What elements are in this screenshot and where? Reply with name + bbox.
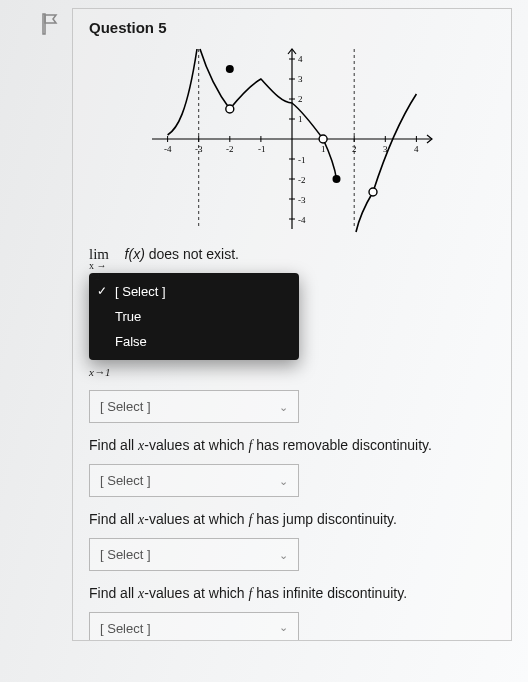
- svg-point-37: [226, 105, 234, 113]
- svg-point-41: [333, 175, 341, 183]
- graph: -4 -3 -2 -1 1 2 3 4 4 3 2 1 -1 -2 -3 -4: [89, 44, 495, 234]
- partial-limit-text: x→1: [89, 366, 495, 378]
- chevron-down-icon: ⌄: [279, 400, 288, 413]
- select-infinite[interactable]: [ Select ] ⌄: [89, 612, 299, 640]
- prompt-jump: Find all x-values at which f has jump di…: [89, 511, 495, 528]
- chevron-down-icon: ⌄: [279, 474, 288, 487]
- svg-text:-4: -4: [164, 144, 172, 154]
- svg-text:1: 1: [321, 144, 326, 154]
- dropdown-open-menu[interactable]: [ Select ] True False: [89, 273, 299, 360]
- svg-text:4: 4: [414, 144, 419, 154]
- dropdown-option-false[interactable]: False: [89, 329, 299, 354]
- svg-point-40: [226, 65, 234, 73]
- svg-text:-4: -4: [298, 215, 306, 225]
- dropdown-option-true[interactable]: True: [89, 304, 299, 329]
- question-panel: Question 5: [72, 8, 512, 641]
- prompt-removable: Find all x-values at which f has removab…: [89, 437, 495, 454]
- limit-statement: lim x → −2 f(x) does not exist.: [89, 246, 495, 263]
- svg-text:-1: -1: [298, 155, 306, 165]
- select-jump[interactable]: [ Select ] ⌄: [89, 538, 299, 571]
- svg-text:4: 4: [298, 54, 303, 64]
- svg-text:2: 2: [298, 94, 303, 104]
- svg-text:-2: -2: [298, 175, 306, 185]
- dropdown-option-placeholder[interactable]: [ Select ]: [89, 279, 299, 304]
- select-removable[interactable]: [ Select ] ⌄: [89, 464, 299, 497]
- svg-point-38: [319, 135, 327, 143]
- svg-text:-2: -2: [226, 144, 234, 154]
- flag-icon[interactable]: [40, 12, 60, 36]
- prompt-infinite: Find all x-values at which f has infinit…: [89, 585, 495, 602]
- svg-text:3: 3: [298, 74, 303, 84]
- question-title: Question 5: [89, 19, 495, 36]
- select-2[interactable]: [ Select ] ⌄: [89, 390, 299, 423]
- svg-text:1: 1: [298, 114, 303, 124]
- svg-text:-1: -1: [258, 144, 266, 154]
- chevron-down-icon: ⌄: [279, 620, 288, 633]
- chevron-down-icon: ⌄: [279, 548, 288, 561]
- svg-text:-3: -3: [298, 195, 306, 205]
- svg-point-39: [369, 188, 377, 196]
